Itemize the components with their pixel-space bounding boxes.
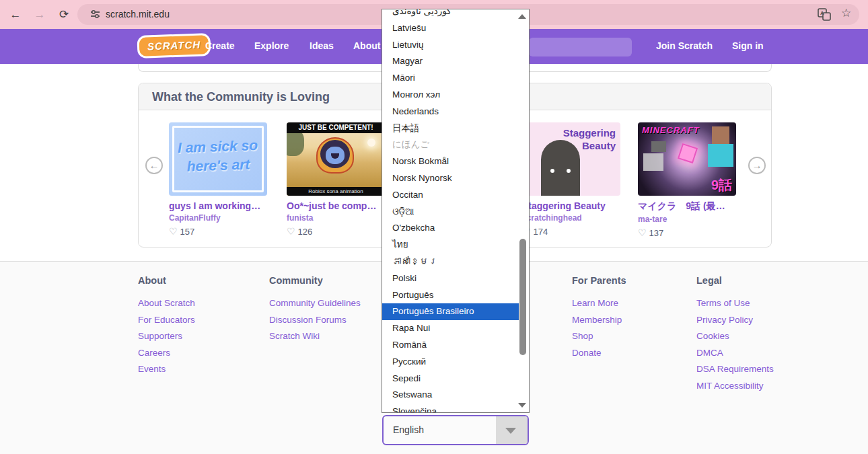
language-option[interactable]: Polski bbox=[382, 270, 519, 287]
thumb-episode-text: 9話 bbox=[711, 176, 732, 194]
footer-link[interactable]: Terms of Use bbox=[696, 295, 774, 312]
language-option[interactable]: Māori bbox=[382, 70, 519, 87]
project-loves: ♡157 bbox=[169, 226, 267, 237]
thumb-block-art bbox=[643, 153, 663, 171]
footer-column-community: Community Community Guidelines Discussio… bbox=[269, 275, 361, 345]
language-select[interactable]: English bbox=[382, 415, 529, 445]
scrollbar-thumb[interactable] bbox=[519, 239, 526, 355]
project-loves: ♡174 bbox=[522, 226, 620, 237]
footer-link[interactable]: For Educators bbox=[138, 312, 195, 329]
language-option[interactable]: Rapa Nui bbox=[382, 320, 519, 337]
project-title[interactable]: guys I am working… bbox=[169, 200, 267, 211]
language-option[interactable]: 日本語 bbox=[382, 120, 519, 137]
thumb-eye-art bbox=[550, 169, 554, 173]
footer-link[interactable]: Scratch Wiki bbox=[269, 328, 361, 345]
footer-heading: Community bbox=[269, 275, 361, 286]
forward-icon[interactable]: → bbox=[31, 6, 48, 24]
language-option[interactable]: Русский bbox=[382, 354, 519, 371]
thumb-text: Staggering Beauty bbox=[563, 126, 616, 152]
language-option[interactable]: ଓଡ଼ିଆ bbox=[382, 204, 519, 221]
footer-link[interactable]: About Scratch bbox=[138, 295, 195, 312]
thumb-caption-top: JUST BE COMPETENT! bbox=[287, 122, 385, 133]
reload-icon[interactable]: ⟳ bbox=[55, 6, 73, 24]
footer-link[interactable]: Cookies bbox=[696, 328, 774, 345]
thumb-tree-art bbox=[287, 129, 304, 156]
footer-link[interactable]: Privacy Policy bbox=[696, 312, 774, 329]
project-thumbnail[interactable]: JUST BE COMPETENT! Roblox sona animation bbox=[287, 122, 385, 196]
language-option[interactable]: Lietuvių bbox=[382, 37, 519, 54]
thumb-title-text: MINECRAFT bbox=[642, 125, 700, 135]
carousel-next-icon[interactable]: → bbox=[748, 157, 766, 174]
thumb-crystal-art bbox=[678, 143, 698, 163]
language-option[interactable]: Magyar bbox=[382, 53, 519, 70]
project-thumbnail[interactable]: Staggering Beauty bbox=[522, 122, 620, 196]
footer-link[interactable]: DMCA bbox=[696, 345, 774, 362]
language-option-selected[interactable]: Português Brasileiro bbox=[382, 303, 519, 320]
language-option[interactable]: Português bbox=[382, 287, 519, 304]
nav-link-ideas[interactable]: Ideas bbox=[310, 40, 334, 51]
scroll-down-icon[interactable] bbox=[518, 403, 526, 408]
language-option[interactable]: Română bbox=[382, 337, 519, 354]
project-thumbnail[interactable]: MINECRAFT 9話 bbox=[638, 122, 736, 196]
project-title[interactable]: マイクラ 9話 (最… bbox=[638, 200, 736, 213]
language-option[interactable]: Occitan bbox=[382, 187, 519, 204]
translate-icon[interactable]: A bbox=[818, 8, 831, 21]
search-input[interactable] bbox=[529, 38, 632, 56]
thumb-sun-art bbox=[367, 139, 375, 147]
project-author[interactable]: CapitanFluffy bbox=[169, 213, 267, 223]
project-author[interactable]: ma-tare bbox=[638, 215, 736, 224]
join-scratch-link[interactable]: Join Scratch bbox=[656, 40, 713, 51]
language-option[interactable]: Монгол хэл bbox=[382, 87, 519, 104]
svg-text:A: A bbox=[820, 10, 824, 16]
scroll-up-icon[interactable] bbox=[518, 14, 526, 19]
project-thumbnail[interactable]: I am sick so here's art bbox=[169, 122, 267, 196]
project-card: JUST BE COMPETENT! Roblox sona animation… bbox=[287, 122, 385, 237]
language-option[interactable]: Slovenčina bbox=[382, 404, 519, 413]
language-option[interactable]: Latviešu bbox=[382, 20, 519, 37]
language-option[interactable]: ไทย bbox=[382, 237, 519, 254]
footer-link[interactable]: Community Guidelines bbox=[269, 295, 361, 312]
sign-in-link[interactable]: Sign in bbox=[732, 40, 764, 51]
project-loves: ♡137 bbox=[638, 227, 736, 238]
footer-link[interactable]: Events bbox=[138, 361, 195, 378]
nav-link-about[interactable]: About bbox=[353, 40, 380, 51]
url-text: scratch.mit.edu bbox=[106, 4, 170, 25]
language-option-disabled[interactable]: にほんご bbox=[382, 137, 519, 153]
nav-link-create[interactable]: Create bbox=[205, 40, 235, 51]
thumb-steve-art bbox=[708, 144, 733, 167]
project-author[interactable]: scratchinghead bbox=[522, 213, 620, 223]
language-option[interactable]: Nederlands bbox=[382, 104, 519, 120]
footer-link[interactable]: MIT Accessibility bbox=[696, 378, 774, 395]
select-arrow-zone[interactable] bbox=[496, 416, 528, 444]
language-option[interactable]: کوردیی ناوەندی bbox=[382, 9, 519, 20]
footer-link[interactable]: Careers bbox=[138, 345, 195, 362]
footer-heading: For Parents bbox=[572, 275, 626, 286]
language-option[interactable]: Sepedi bbox=[382, 371, 519, 387]
language-option[interactable]: Norsk Bokmål bbox=[382, 153, 519, 170]
project-title[interactable]: Oo*~just be comp… bbox=[287, 200, 385, 211]
project-title[interactable]: Staggering Beauty bbox=[522, 200, 620, 211]
language-option[interactable]: ភាសាខ្មែរ bbox=[382, 254, 519, 270]
footer-link[interactable]: Membership bbox=[572, 312, 626, 329]
scratch-logo[interactable]: SCRATCH bbox=[139, 35, 209, 56]
language-option[interactable]: Norsk Nynorsk bbox=[382, 170, 519, 187]
back-icon[interactable]: ← bbox=[7, 6, 24, 24]
language-option[interactable]: O'zbekcha bbox=[382, 220, 519, 237]
footer-link[interactable]: Discussion Forums bbox=[269, 312, 361, 329]
bookmark-star-icon[interactable]: ☆ bbox=[841, 6, 851, 20]
footer-link[interactable]: Shop bbox=[572, 328, 626, 345]
language-option[interactable]: Setswana bbox=[382, 387, 519, 404]
project-card: Staggering Beauty Staggering Beauty scra… bbox=[522, 122, 620, 237]
heart-icon: ♡ bbox=[638, 227, 647, 238]
footer-link[interactable]: Donate bbox=[572, 345, 626, 362]
nav-link-explore[interactable]: Explore bbox=[254, 40, 289, 51]
carousel-prev-icon[interactable]: ← bbox=[145, 157, 163, 174]
footer-link[interactable]: DSA Requirements bbox=[696, 361, 774, 378]
footer-column-legal: Legal Terms of Use Privacy Policy Cookie… bbox=[696, 275, 774, 394]
footer-link[interactable]: Supporters bbox=[138, 328, 195, 345]
footer-heading: About bbox=[138, 275, 195, 286]
project-author[interactable]: funista bbox=[287, 213, 385, 223]
thumb-block-art bbox=[651, 141, 666, 152]
footer-link[interactable]: Learn More bbox=[572, 295, 626, 312]
site-info-icon[interactable] bbox=[89, 9, 101, 20]
